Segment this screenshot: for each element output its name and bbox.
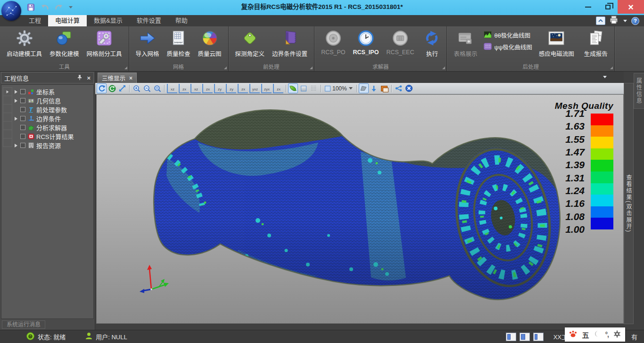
drop-down-view-button[interactable] — [369, 83, 379, 93]
tree-item-boundary-conditions[interactable]: 边界条件 — [14, 114, 93, 123]
tab-project[interactable]: 工程 — [22, 15, 48, 26]
property-info-tab[interactable]: 属性信息 — [634, 73, 644, 109]
mesh-partition-tool-button[interactable]: 网格剖分工具 — [83, 29, 126, 59]
zoom-out-button[interactable] — [142, 83, 152, 93]
redo-icon[interactable] — [55, 3, 63, 11]
clip-plane-button[interactable] — [359, 83, 369, 93]
checkbox[interactable] — [20, 125, 25, 130]
wireframe-mode-button[interactable] — [309, 83, 319, 93]
tree-item-preprocess-params[interactable]: 前处理参数 — [14, 105, 93, 114]
ime-punctuation-toggle[interactable]: °, — [605, 331, 609, 338]
panel-close-icon[interactable]: × — [87, 74, 91, 82]
tab-software-settings[interactable]: 软件设置 — [130, 15, 168, 26]
quality-check-button[interactable]: 质量检查 — [163, 29, 194, 59]
minimize-button[interactable] — [578, 0, 598, 14]
view-orientation-button[interactable]: yxz — [249, 84, 260, 93]
book-icon — [282, 30, 298, 47]
checkbox[interactable] — [20, 143, 25, 148]
zoom-extents-button[interactable] — [152, 83, 162, 93]
generate-report-button[interactable]: 生成报告 — [580, 29, 611, 59]
tree-item-report-resources[interactable]: 报告资源 — [14, 141, 93, 150]
print-dropdown-icon[interactable] — [623, 20, 627, 22]
parametric-modeling-button[interactable]: 参数化建模 — [46, 29, 83, 59]
boundary-settings-button[interactable]: 边界条件设置 — [268, 29, 311, 59]
quick-access-dropdown-icon[interactable] — [69, 6, 73, 8]
restore-button[interactable] — [598, 0, 618, 14]
tabstrip-overflow-icon[interactable] — [603, 76, 607, 78]
tree-item-rcs-results[interactable]: RCS计算结果 — [14, 132, 93, 141]
execute-button[interactable]: 执行 — [420, 29, 444, 59]
report-resources-icon — [27, 142, 34, 149]
shaded-mode-button[interactable] — [288, 83, 298, 93]
zoom-in-button[interactable] — [132, 83, 141, 93]
share-view-button[interactable] — [394, 83, 404, 93]
import-mesh-button[interactable]: 导入网格 — [132, 29, 163, 59]
induction-current-map-button[interactable]: 感应电磁流图 — [535, 29, 578, 59]
tab-help[interactable]: 帮助 — [168, 15, 195, 26]
table-display-button[interactable]: 表格展示 — [450, 29, 481, 59]
rcs-ipo-button[interactable]: RCS_IPO — [349, 29, 383, 57]
tab-close-icon[interactable] — [129, 75, 132, 82]
undo-icon[interactable] — [41, 3, 49, 11]
app-logo-icon[interactable] — [1, 1, 21, 21]
view-orientation-button[interactable]: zx — [202, 84, 213, 93]
view-orientation-button[interactable]: zx — [179, 84, 189, 93]
collapse-ribbon-button[interactable] — [596, 16, 605, 25]
group-label-postprocess: 后处理 — [447, 63, 614, 71]
checkbox[interactable] — [20, 116, 25, 121]
quality-cloud-button[interactable]: 质量云图 — [194, 29, 225, 59]
probe-angle-button[interactable]: 探测角定义 — [231, 29, 269, 59]
pin-icon[interactable] — [77, 74, 82, 82]
rcs-po-button[interactable]: RCS_PO — [317, 29, 349, 57]
psi-polarization-curve-button[interactable]: ψψ极化曲线图 — [484, 42, 532, 51]
tree-item-geometry-info[interactable]: 几何信息 — [14, 96, 93, 105]
ime-moon-icon[interactable] — [594, 330, 601, 339]
checkbox[interactable] — [20, 98, 25, 103]
zoom-level-value: 100% — [332, 85, 347, 92]
status-text: 状态: 就绪 — [38, 332, 66, 341]
view-orientation-button[interactable]: zx — [273, 84, 283, 93]
system-messages-tab[interactable]: 系统运行消息 — [2, 320, 45, 329]
theta-polarization-curve-button[interactable]: θθ极化曲线图 — [484, 31, 532, 40]
ime-settings-gear-icon[interactable] — [613, 330, 621, 339]
rcs-eec-button[interactable]: RCS_EEC — [382, 29, 418, 57]
checkbox[interactable] — [20, 134, 25, 139]
tree-item-coordinate-system[interactable]: 坐标系 — [14, 87, 93, 96]
view-orientation-button[interactable]: xz — [190, 84, 201, 93]
view-orientation-button[interactable]: zy — [214, 84, 224, 93]
mesh-tool-icon — [96, 30, 112, 47]
pan-zoom-button[interactable] — [117, 83, 127, 93]
tab-em-compute[interactable]: 电磁计算 — [48, 15, 87, 26]
checkbox[interactable] — [20, 89, 25, 94]
checkbox[interactable] — [20, 107, 25, 112]
rotate-view-button[interactable] — [97, 83, 107, 93]
ime-mode-wubi[interactable]: 五 — [582, 330, 589, 340]
group-label-preprocess: 前处理 — [229, 63, 314, 71]
refresh-view-button[interactable] — [107, 83, 117, 93]
tab-3d-display[interactable]: 三维显示 — [98, 73, 137, 83]
tree-item-analysis-solver[interactable]: 分析求解器 — [14, 123, 93, 132]
view-orientation-button[interactable]: zx — [238, 84, 248, 93]
view-orientation-button[interactable]: xz — [167, 84, 177, 93]
layout-split-panel-button[interactable] — [520, 333, 530, 341]
view-orientation-button[interactable]: zy — [226, 84, 236, 93]
copy-view-button[interactable] — [380, 83, 389, 93]
results-collapsed-panel[interactable]: 查看结果(双击展开) — [624, 83, 634, 324]
view-orientation-button[interactable]: zyx — [261, 84, 272, 93]
sphere-square-icon — [56, 30, 72, 47]
layout-right-panel-button[interactable] — [533, 333, 544, 341]
print-preview-icon[interactable] — [610, 16, 619, 26]
ime-paw-icon[interactable] — [569, 330, 577, 339]
help-icon[interactable] — [631, 17, 639, 25]
tab-data-display[interactable]: 数据&显示 — [87, 15, 130, 26]
layout-left-panel-button[interactable] — [506, 333, 516, 341]
save-icon[interactable] — [26, 3, 35, 11]
flat-mode-button[interactable] — [298, 83, 308, 93]
close-button[interactable] — [618, 0, 644, 14]
zoom-level-select[interactable]: 100% — [323, 85, 355, 92]
viewport-column: 三维显示 xz — [95, 72, 624, 330]
close-view-button[interactable] — [404, 83, 414, 93]
ribbon-tab-bar: 工程 电磁计算 数据&显示 软件设置 帮助 — [0, 15, 644, 26]
viewport-3d[interactable]: Mesh Quality 1.71 1.63 1.55 1.47 1.39 1.… — [96, 94, 624, 324]
launch-modeling-tool-button[interactable]: 启动建模工具 — [3, 29, 46, 59]
